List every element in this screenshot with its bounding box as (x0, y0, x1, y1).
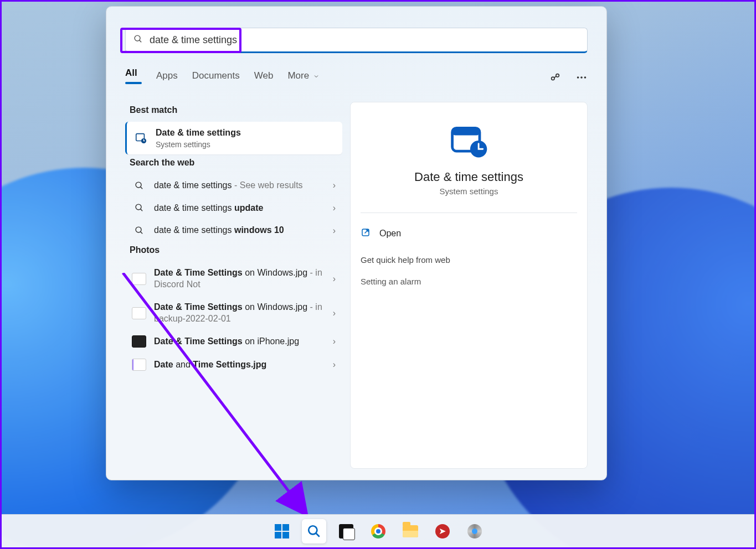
settings-button[interactable] (462, 519, 487, 543)
chevron-right-icon: › (333, 203, 336, 213)
search-icon (132, 181, 146, 190)
chrome-button[interactable] (366, 519, 390, 543)
task-view-icon (339, 524, 353, 538)
photo-result[interactable]: Date and Time Settings.jpg › (125, 353, 342, 376)
svg-line-1 (140, 40, 142, 42)
photo-thumb-icon (132, 335, 146, 348)
windows-logo-icon (275, 524, 289, 538)
desktop: All Apps Documents Web More Best match (2, 2, 754, 547)
search-box[interactable] (125, 28, 588, 53)
search-taskbar-button[interactable] (302, 519, 326, 543)
tab-documents[interactable]: Documents (192, 70, 240, 87)
chevron-right-icon: › (333, 226, 336, 236)
preview-pane: Date & time settings System settings Ope… (350, 102, 588, 469)
photo-thumb-icon (132, 307, 146, 319)
chevron-right-icon: › (333, 180, 336, 190)
tab-apps[interactable]: Apps (156, 70, 178, 87)
photo-thumb-icon (132, 273, 146, 285)
svg-point-9 (136, 182, 141, 188)
share-icon[interactable] (549, 71, 561, 86)
chrome-icon (371, 524, 385, 538)
chevron-right-icon: › (333, 274, 336, 284)
svg-point-5 (580, 76, 583, 79)
svg-line-21 (316, 533, 320, 537)
svg-point-13 (136, 227, 141, 232)
app-button[interactable]: ➤ (430, 519, 455, 543)
chevron-right-icon: › (333, 308, 336, 318)
photo-thumb-icon (132, 359, 146, 371)
svg-rect-16 (452, 128, 479, 135)
chevron-right-icon: › (333, 360, 336, 370)
chevron-down-icon (313, 73, 320, 80)
help-link[interactable]: Setting an alarm (361, 277, 577, 286)
more-options-icon[interactable] (575, 71, 588, 86)
start-button[interactable] (270, 519, 294, 543)
datetime-settings-icon (133, 132, 148, 144)
svg-point-11 (136, 205, 141, 210)
svg-line-14 (140, 232, 142, 234)
search-icon (132, 203, 146, 213)
gear-icon (467, 524, 482, 538)
filter-tabs: All Apps Documents Web More (125, 68, 588, 90)
photo-result[interactable]: Date & Time Settings on iPhone.jpg › (125, 330, 342, 353)
svg-point-2 (552, 77, 555, 80)
folder-icon (403, 525, 418, 537)
divider (361, 213, 577, 213)
svg-point-4 (577, 76, 579, 79)
lips-icon: ➤ (435, 524, 450, 538)
help-section-title: Get quick help from web (361, 255, 577, 265)
search-icon (132, 226, 146, 235)
search-icon (307, 524, 321, 538)
web-result[interactable]: date & time settings - See web results › (125, 174, 342, 197)
chevron-right-icon: › (333, 336, 336, 346)
tab-all[interactable]: All (125, 68, 142, 90)
photo-result[interactable]: Date & Time Settings on Windows.jpg - in… (125, 262, 342, 296)
tab-web[interactable]: Web (254, 70, 274, 87)
preview-subtitle: System settings (361, 187, 577, 196)
section-photos: Photos (130, 245, 338, 255)
svg-point-0 (135, 35, 140, 41)
datetime-settings-icon (448, 125, 490, 159)
svg-point-3 (556, 74, 559, 77)
search-icon (133, 34, 143, 46)
best-match-subtitle: System settings (156, 140, 336, 149)
section-best-match: Best match (130, 105, 338, 115)
file-explorer-button[interactable] (398, 519, 423, 543)
tab-more[interactable]: More (287, 70, 319, 87)
section-search-web: Search the web (130, 158, 338, 168)
svg-point-20 (308, 526, 317, 534)
web-result[interactable]: date & time settings windows 10 › (125, 219, 342, 242)
search-input[interactable] (150, 34, 579, 46)
web-result[interactable]: date & time settings update › (125, 197, 342, 220)
open-label: Open (379, 229, 401, 239)
best-match-title: Date & time settings (156, 128, 241, 137)
task-view-button[interactable] (334, 519, 358, 543)
svg-point-6 (584, 76, 587, 79)
open-icon (361, 227, 371, 240)
result-best-match[interactable]: Date & time settings System settings (125, 122, 342, 154)
search-panel: All Apps Documents Web More Best match (106, 6, 607, 480)
photo-result[interactable]: Date & Time Settings on Windows.jpg - in… (125, 296, 342, 330)
taskbar: ➤ (2, 514, 754, 547)
results-column: Best match Date & time settings System s… (125, 102, 342, 469)
svg-line-12 (140, 209, 142, 211)
open-action[interactable]: Open (361, 225, 577, 242)
svg-line-10 (140, 187, 142, 189)
preview-title: Date & time settings (361, 170, 577, 184)
